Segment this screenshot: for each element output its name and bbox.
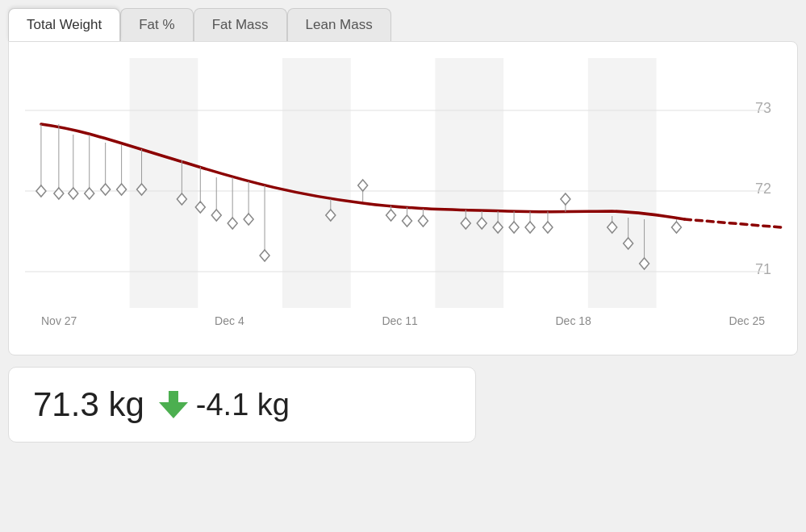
tab-total-weight[interactable]: Total Weight (8, 8, 120, 41)
svg-text:71: 71 (755, 261, 771, 277)
weight-change: -4.1 kg (159, 388, 290, 422)
down-arrow-icon (159, 391, 188, 418)
x-label-dec25: Dec 25 (729, 314, 765, 327)
x-label-dec18: Dec 18 (556, 314, 591, 327)
x-label-dec4: Dec 4 (215, 314, 244, 327)
x-label-dec11: Dec 11 (382, 314, 417, 327)
tab-fat-mass[interactable]: Fat Mass (194, 8, 287, 41)
tab-lean-mass[interactable]: Lean Mass (287, 8, 391, 41)
chart-container: 73 72 71 (8, 41, 798, 355)
tab-bar: Total Weight Fat % Fat Mass Lean Mass (0, 0, 806, 41)
weight-chart: 73 72 71 (25, 58, 789, 308)
stats-box: 71.3 kg -4.1 kg (8, 367, 476, 443)
svg-rect-4 (588, 58, 657, 308)
svg-text:72: 72 (755, 181, 771, 197)
chart-area: 73 72 71 (25, 58, 789, 308)
change-value: -4.1 kg (196, 388, 290, 422)
x-label-nov27: Nov 27 (41, 314, 77, 327)
tab-fat-percent[interactable]: Fat % (120, 8, 193, 41)
x-axis-labels: Nov 27 Dec 4 Dec 11 Dec 18 Dec 25 (25, 308, 789, 327)
svg-rect-1 (130, 58, 198, 308)
svg-text:73: 73 (755, 100, 771, 116)
svg-rect-3 (435, 58, 503, 308)
svg-rect-2 (282, 58, 351, 308)
current-weight: 71.3 kg (33, 385, 144, 424)
